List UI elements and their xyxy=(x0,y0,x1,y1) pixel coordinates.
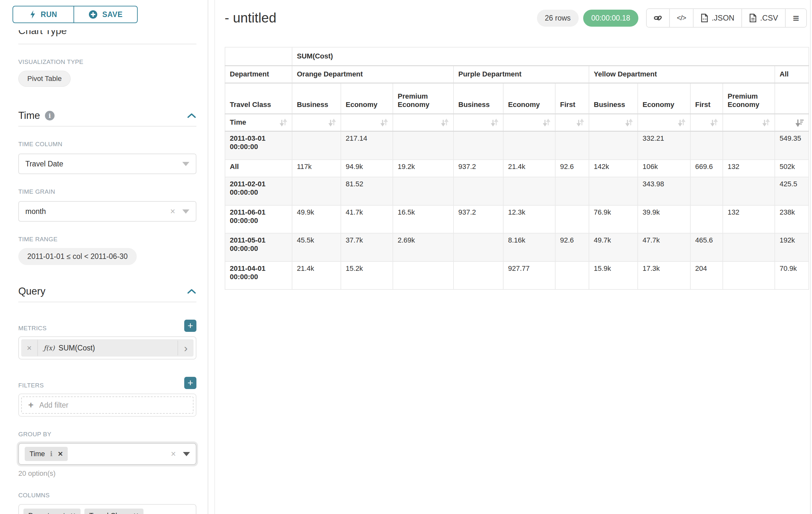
department-group-header[interactable]: Purple Department xyxy=(454,65,589,83)
time-section-header[interactable]: Time i xyxy=(18,110,196,121)
columns-select[interactable]: Department✕Travel Class✕ × xyxy=(18,504,196,514)
sort-toggle[interactable] xyxy=(341,114,393,131)
sort-toggle-time[interactable]: Time xyxy=(225,114,292,131)
tag-remove-icon[interactable]: ✕ xyxy=(133,512,139,514)
pivot-value-cell: 70.9k xyxy=(775,262,809,290)
department-group-header[interactable]: Orange Department xyxy=(292,65,454,83)
pivot-value-cell: 2.69k xyxy=(393,233,454,262)
add-filter-plus-button[interactable]: + xyxy=(184,377,196,389)
view-query-button[interactable]: </> xyxy=(669,9,693,27)
time-grain-select[interactable]: month × xyxy=(18,201,196,222)
add-metric-button[interactable]: + xyxy=(184,320,196,332)
time-column-select[interactable]: Travel Date xyxy=(18,154,196,174)
section-divider xyxy=(18,126,196,127)
tag-remove-icon[interactable]: ✕ xyxy=(58,450,63,458)
department-group-header[interactable]: All xyxy=(775,65,809,83)
travel-class-header[interactable]: First xyxy=(690,83,723,114)
hamburger-icon: ≡ xyxy=(793,12,799,23)
travel-class-header[interactable] xyxy=(775,83,809,114)
travel-class-header[interactable]: First xyxy=(555,83,589,114)
time-range-pill[interactable]: 2011-01-01 ≤ col < 2011-06-30 xyxy=(18,248,137,265)
tag-info-icon[interactable]: i xyxy=(50,450,53,458)
pivot-value-cell xyxy=(503,131,555,160)
save-button[interactable]: SAVE xyxy=(74,6,138,23)
pivot-value-cell: 465.6 xyxy=(690,233,723,262)
pivot-value-cell xyxy=(589,177,638,205)
pivot-value-cell xyxy=(292,131,341,160)
sort-icon xyxy=(328,118,336,127)
pivot-value-cell: 549.35 xyxy=(775,131,809,160)
sort-toggle[interactable] xyxy=(454,114,503,131)
pivot-value-cell: 204 xyxy=(690,262,723,290)
pivot-data-row: 2011-05-01 00:00:0045.5k37.7k2.69k8.16k9… xyxy=(225,233,809,262)
sort-toggle[interactable] xyxy=(690,114,723,131)
clear-icon[interactable]: × xyxy=(171,450,176,458)
sort-toggle[interactable] xyxy=(393,114,454,131)
tag-remove-icon[interactable]: ✕ xyxy=(70,512,76,514)
pivot-value-cell: 16.5k xyxy=(393,205,454,233)
travel-class-header[interactable]: Business xyxy=(292,83,341,114)
groupby-label: GROUP BY xyxy=(18,431,196,438)
link-icon xyxy=(654,14,662,22)
viz-type-pill[interactable]: Pivot Table xyxy=(18,71,70,87)
sort-toggle[interactable] xyxy=(503,114,555,131)
pivot-value-cell xyxy=(454,177,503,205)
pivot-value-cell: 217.14 xyxy=(341,131,393,160)
department-group-header[interactable]: Yellow Department xyxy=(589,65,775,83)
share-link-button[interactable] xyxy=(647,9,669,27)
pivot-row-label: 2011-04-01 00:00:00 xyxy=(225,262,292,290)
query-section-header[interactable]: Query xyxy=(18,286,196,297)
sort-icon xyxy=(441,118,449,127)
metric-pill[interactable]: × ƒ(x) SUM(Cost) › xyxy=(21,339,194,357)
run-button[interactable]: RUN xyxy=(12,6,74,23)
sort-toggle[interactable] xyxy=(555,114,589,131)
pivot-value-cell: 927.77 xyxy=(503,262,555,290)
pivot-value-cell: 94.9k xyxy=(341,160,393,177)
pivot-row-label: 2011-06-01 00:00:00 xyxy=(225,205,292,233)
pivot-value-cell: 343.98 xyxy=(638,177,690,205)
sort-toggle[interactable] xyxy=(638,114,690,131)
pivot-value-cell xyxy=(393,262,454,290)
export-csv-button[interactable]: .CSV xyxy=(742,9,785,27)
travel-class-header[interactable]: Premium Economy xyxy=(393,83,454,114)
pivot-value-cell xyxy=(690,131,723,160)
department-header-row: DepartmentOrange DepartmentPurple Depart… xyxy=(225,65,809,83)
columns-tag-label: Travel Class xyxy=(89,511,128,514)
clear-icon[interactable]: × xyxy=(170,207,175,216)
chevron-right-icon[interactable]: › xyxy=(177,341,194,355)
travel-class-header[interactable]: Economy xyxy=(341,83,393,114)
sort-icon xyxy=(762,118,770,127)
pivot-table-grid: SUM(Cost)DepartmentOrange DepartmentPurp… xyxy=(225,47,809,290)
caret-down-icon xyxy=(182,210,190,214)
travel-class-header[interactable]: Economy xyxy=(638,83,690,114)
pivot-value-cell: 76.9k xyxy=(589,205,638,233)
pivot-value-cell xyxy=(292,177,341,205)
corner-cell xyxy=(225,47,292,65)
chart-title[interactable]: - untitled xyxy=(225,10,276,26)
remove-metric-icon[interactable]: × xyxy=(21,340,38,356)
travel-class-header[interactable]: Economy xyxy=(503,83,555,114)
pivot-value-cell xyxy=(723,131,775,160)
add-filter-button[interactable]: + Add filter xyxy=(21,397,194,414)
sort-toggle[interactable] xyxy=(775,114,809,131)
pivot-value-cell: 502k xyxy=(775,160,809,177)
pivot-data-row: All117k94.9k19.2k937.221.4k92.6142k106k6… xyxy=(225,160,809,177)
caret-down-icon xyxy=(183,452,190,456)
run-save-toolbar: RUN SAVE xyxy=(12,6,196,23)
travel-class-header[interactable]: Business xyxy=(454,83,503,114)
travel-class-header[interactable]: Premium Economy xyxy=(723,83,775,114)
sort-toggle[interactable] xyxy=(292,114,341,131)
section-divider xyxy=(18,44,196,44)
menu-button[interactable]: ≡ xyxy=(785,9,806,27)
sort-icon xyxy=(625,118,633,127)
pivot-value-cell: 39.9k xyxy=(638,205,690,233)
pivot-value-cell: 238k xyxy=(775,205,809,233)
function-icon: ƒ(x) xyxy=(44,344,55,352)
groupby-select[interactable]: Time i ✕ × xyxy=(18,443,196,465)
sort-icon xyxy=(576,118,584,127)
export-json-button[interactable]: <> .JSON xyxy=(693,9,742,27)
metrics-label: METRICS xyxy=(18,325,47,332)
sort-toggle[interactable] xyxy=(723,114,775,131)
sort-toggle[interactable] xyxy=(589,114,638,131)
travel-class-header[interactable]: Business xyxy=(589,83,638,114)
